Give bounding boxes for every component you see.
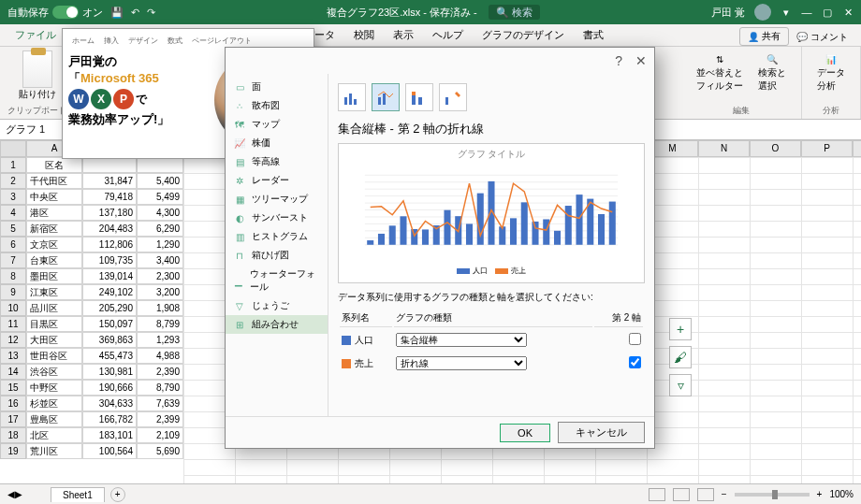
dialog-cancel-button[interactable]: キャンセル <box>558 422 645 443</box>
sheet-tab[interactable]: Sheet1 <box>51 487 105 502</box>
svg-rect-25 <box>422 229 429 244</box>
ribbon-tab-8[interactable]: ヘルプ <box>423 24 473 46</box>
row-header-9[interactable]: 9 <box>0 284 26 300</box>
username[interactable]: 戸田 覚 <box>711 6 745 20</box>
maximize-button[interactable]: ▢ <box>822 7 833 19</box>
chart-type-ヒストグラム[interactable]: ▥ヒストグラム <box>226 227 328 246</box>
share-button[interactable]: 👤 共有 <box>739 27 789 46</box>
col-header-N[interactable]: N <box>698 140 750 157</box>
status-bar: ◀ ▶ Sheet1 + − + 100% <box>0 483 861 504</box>
chart-type-マップ[interactable]: 🗺マップ <box>226 115 328 134</box>
row-header-10[interactable]: 10 <box>0 300 26 316</box>
chart-type-株価[interactable]: 📈株価 <box>226 134 328 152</box>
select-all-corner[interactable] <box>0 140 26 157</box>
zoom-in-button[interactable]: + <box>817 489 823 499</box>
paste-icon[interactable] <box>22 50 52 88</box>
axis2-checkbox[interactable] <box>629 333 641 345</box>
zoom-slider[interactable] <box>735 493 810 497</box>
subtype-3[interactable] <box>405 83 433 111</box>
svg-rect-39 <box>576 194 582 245</box>
ribbon-tab-10[interactable]: 書式 <box>574 24 613 46</box>
page-layout-view-button[interactable] <box>673 488 690 501</box>
row-header-12[interactable]: 12 <box>0 332 26 348</box>
chart-type-箱ひげ図[interactable]: ⊓箱ひげ図 <box>226 246 328 265</box>
chart-type-等高線[interactable]: ▤等高線 <box>226 152 328 171</box>
row-header-13[interactable]: 13 <box>0 348 26 364</box>
chart-type-レーダー[interactable]: ✲レーダー <box>226 171 328 190</box>
dialog-ok-button[interactable]: OK <box>500 424 550 442</box>
row-header-8[interactable]: 8 <box>0 268 26 284</box>
row-header-11[interactable]: 11 <box>0 316 26 332</box>
redo-icon[interactable]: ↷ <box>147 7 155 19</box>
svg-rect-23 <box>400 216 406 244</box>
row-header-18[interactable]: 18 <box>0 427 26 443</box>
analyze-button[interactable]: 📊 データ 分析 <box>810 50 853 96</box>
chart-subtype-title: 集合縦棒 - 第 2 軸の折れ線 <box>338 121 645 137</box>
series-type-select[interactable]: 集合縦棒 <box>396 333 527 347</box>
svg-rect-37 <box>554 231 561 245</box>
ribbon-tab-0[interactable]: ファイル <box>6 24 66 46</box>
dialog-close-button[interactable]: ✕ <box>635 53 647 68</box>
chart-type-ウォーターフォール[interactable]: ▁ウォーターフォール <box>226 265 328 296</box>
row-header-16[interactable]: 16 <box>0 396 26 411</box>
undo-icon[interactable]: ↶ <box>131 7 139 19</box>
sort-filter-button[interactable]: ⇅ 並べ替えと フィルター <box>689 50 751 96</box>
chart-type-じょうご[interactable]: ▽じょうご <box>226 296 328 315</box>
zoom-level[interactable]: 100% <box>829 489 854 499</box>
dialog-help-button[interactable]: ? <box>615 53 622 68</box>
autosave-toggle[interactable]: 自動保存 オン <box>7 6 103 20</box>
subtype-2[interactable] <box>372 83 400 111</box>
sheet-nav-right[interactable]: ▶ <box>15 489 22 499</box>
axis2-checkbox[interactable] <box>629 356 641 368</box>
chart-type-組み合わせ[interactable]: ⊞組み合わせ <box>226 315 328 334</box>
save-icon[interactable]: 💾 <box>110 7 124 19</box>
ribbon-tab-6[interactable]: 校閲 <box>344 24 384 46</box>
chart-type-サンバースト[interactable]: ◐サンバースト <box>226 209 328 227</box>
row-header-4[interactable]: 4 <box>0 205 26 221</box>
chart-elements-button[interactable]: + <box>669 318 692 340</box>
row-header-15[interactable]: 15 <box>0 380 26 396</box>
chart-type-面[interactable]: ▭面 <box>226 78 328 96</box>
chart-type-icon: 🗺 <box>233 118 246 131</box>
find-select-button[interactable]: 🔍 検索と 選択 <box>751 50 794 96</box>
series-type-select[interactable]: 折れ線 <box>396 356 527 370</box>
search-box[interactable]: 🔍 検索 <box>489 5 540 20</box>
row-header-7[interactable]: 7 <box>0 252 26 268</box>
row-header-2[interactable]: 2 <box>0 173 26 189</box>
row-header-19[interactable]: 19 <box>0 443 26 459</box>
row-header-5[interactable]: 5 <box>0 221 26 237</box>
row-header-1[interactable]: 1 <box>0 157 26 173</box>
svg-rect-2 <box>354 99 357 105</box>
col-header-Q[interactable]: Q <box>853 140 861 157</box>
chart-subtype-row <box>338 83 645 111</box>
svg-rect-34 <box>521 202 528 244</box>
sheet-nav-left[interactable]: ◀ <box>7 489 15 499</box>
normal-view-button[interactable] <box>649 488 665 501</box>
row-header-14[interactable]: 14 <box>0 364 26 380</box>
close-button[interactable]: ✕ <box>842 7 854 19</box>
row-header-17[interactable]: 17 <box>0 411 26 427</box>
ribbon-tab-7[interactable]: 表示 <box>384 24 423 46</box>
ribbon-options-icon[interactable]: ▾ <box>781 7 792 19</box>
chart-filter-button[interactable]: ▿ <box>669 374 692 396</box>
comments-button[interactable]: 💬 コメント <box>789 29 855 46</box>
subtype-1[interactable] <box>338 83 366 111</box>
chart-type-ツリーマップ[interactable]: ▦ツリーマップ <box>226 190 328 209</box>
ribbon-tab-9[interactable]: グラフのデザイン <box>473 24 574 46</box>
chart-preview: グラフ タイトル 人口 売上 <box>338 143 645 283</box>
user-avatar[interactable] <box>754 4 771 21</box>
quick-access-toolbar[interactable]: 💾 ↶ ↷ <box>110 7 155 19</box>
chart-styles-button[interactable]: 🖌 <box>669 346 692 368</box>
col-header-O[interactable]: O <box>750 140 801 157</box>
add-sheet-button[interactable]: + <box>110 487 125 502</box>
page-break-view-button[interactable] <box>697 488 714 501</box>
svg-rect-41 <box>598 214 605 245</box>
zoom-out-button[interactable]: − <box>722 489 727 499</box>
chart-type-散布図[interactable]: ⸫散布図 <box>226 96 328 115</box>
minimize-button[interactable]: — <box>801 7 812 18</box>
row-header-3[interactable]: 3 <box>0 189 26 205</box>
col-header-P[interactable]: P <box>801 140 853 157</box>
subtype-4[interactable] <box>439 83 467 111</box>
row-header-6[interactable]: 6 <box>0 237 26 252</box>
chart-type-icon: ⊓ <box>233 249 246 262</box>
